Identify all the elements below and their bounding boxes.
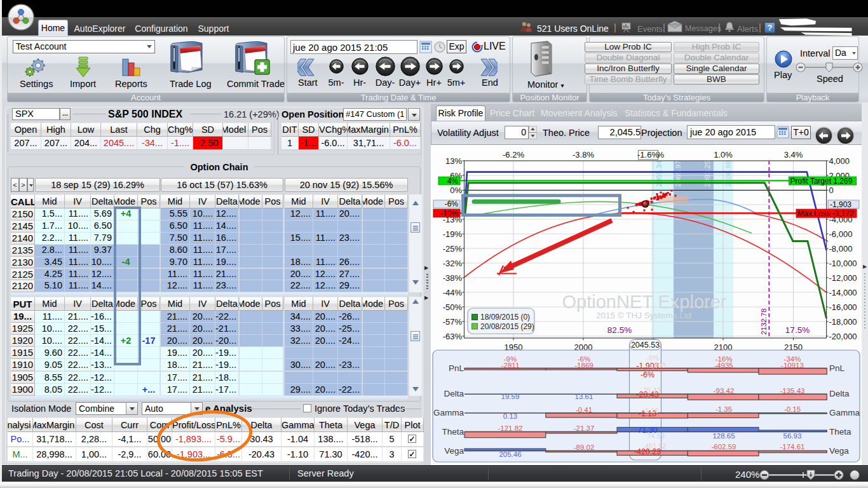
svg-text:0: 0 (829, 186, 834, 195)
svg-text:PnL: PnL (829, 363, 845, 373)
svg-text:-1869: -1869 (574, 362, 593, 369)
svg-text:-6%: -6% (646, 354, 659, 362)
svg-text:-93.42: -93.42 (714, 387, 735, 395)
svg-text:Theta: Theta (829, 427, 851, 437)
svg-text:-174.61: -174.61 (780, 443, 804, 451)
svg-text:Profit Target 1,269: Profit Target 1,269 (790, 177, 853, 186)
svg-text:-25%: -25% (443, 244, 463, 254)
svg-text:-1,903: -1,903 (646, 362, 665, 369)
svg-text:-2811: -2811 (501, 362, 520, 369)
svg-text:-14,000: -14,000 (829, 288, 857, 297)
svg-text:-8,000: -8,000 (829, 244, 853, 254)
svg-text:-6%: -6% (641, 370, 654, 379)
svg-text:-89.02: -89.02 (574, 444, 595, 451)
svg-text:-1,903: -1,903 (830, 200, 851, 209)
svg-text:-0.41: -0.41 (576, 406, 592, 414)
svg-text:13.61: 13.61 (575, 393, 593, 400)
svg-text:25.43: 25.43 (643, 386, 661, 394)
svg-text:-10913: -10913 (781, 362, 804, 369)
svg-text:-1.6%: -1.6% (637, 150, 659, 159)
svg-text:-135.43: -135.43 (780, 387, 804, 395)
svg-text:205.46: 205.46 (499, 451, 521, 458)
svg-text:Max Loss -3,172: Max Loss -3,172 (797, 209, 854, 218)
svg-text:4%: 4% (447, 177, 459, 186)
svg-text:1.0%: 1.0% (714, 150, 733, 159)
svg-text:-12,000: -12,000 (829, 273, 857, 283)
svg-text:-50%: -50% (443, 302, 463, 312)
svg-text:Vega: Vega (444, 446, 464, 456)
svg-text:-3.8%: -3.8% (573, 150, 594, 159)
svg-text:-21.37: -21.37 (574, 424, 595, 432)
svg-text:-19%: -19% (443, 229, 463, 239)
svg-text:-44%: -44% (443, 288, 463, 297)
svg-text:4,000: 4,000 (829, 156, 850, 166)
svg-text:-16,000: -16,000 (829, 302, 857, 312)
svg-text:-451.52: -451.52 (642, 442, 666, 450)
svg-text:20/08/2015 (29): 20/08/2015 (29) (480, 322, 534, 331)
svg-text:OptionNET Explorer: OptionNET Explorer (562, 292, 727, 312)
svg-text:56.93: 56.93 (783, 432, 802, 440)
svg-text:-121.82: -121.82 (498, 424, 522, 432)
svg-text:Vega: Vega (829, 446, 849, 456)
svg-text:Gamma: Gamma (829, 408, 860, 417)
svg-text:19.59: 19.59 (501, 393, 520, 400)
svg-text:-10%: -10% (440, 209, 458, 218)
svg-text:-602.59: -602.59 (711, 443, 736, 451)
svg-text:Theta: Theta (442, 427, 464, 437)
svg-text:2045.53: 2045.53 (631, 341, 660, 349)
svg-text:-18,000: -18,000 (829, 317, 857, 327)
svg-text:Delta: Delta (829, 389, 850, 398)
svg-text:-1.16: -1.16 (642, 407, 658, 414)
svg-text:128.65: 128.65 (712, 432, 735, 440)
svg-text:-1.35: -1.35 (715, 405, 732, 413)
svg-text:0%: 0% (450, 186, 462, 195)
svg-text:Gamma: Gamma (433, 408, 465, 417)
svg-text:-6%: -6% (445, 200, 459, 208)
svg-text:0.13: 0.13 (503, 412, 517, 420)
svg-text:PnL: PnL (449, 363, 465, 373)
svg-text:-4935: -4935 (714, 362, 733, 369)
svg-text:-32%: -32% (443, 259, 463, 268)
svg-text:74.59: 74.59 (647, 432, 665, 440)
svg-text:-38%: -38% (443, 273, 463, 283)
svg-text:-6.2%: -6.2% (503, 150, 524, 159)
svg-text:2015 © THJ Systems Ltd: 2015 © THJ Systems Ltd (596, 311, 691, 320)
svg-text:Delta: Delta (444, 389, 464, 398)
svg-text:18/09/2015 (0): 18/09/2015 (0) (480, 313, 530, 322)
svg-text:13%: 13% (445, 156, 462, 166)
svg-text:-0.15: -0.15 (784, 405, 801, 413)
svg-text:-57%: -57% (443, 317, 463, 327)
svg-text:-6,000: -6,000 (829, 229, 853, 239)
svg-text:3.4%: 3.4% (784, 150, 803, 159)
svg-text:-10,000: -10,000 (829, 259, 857, 268)
